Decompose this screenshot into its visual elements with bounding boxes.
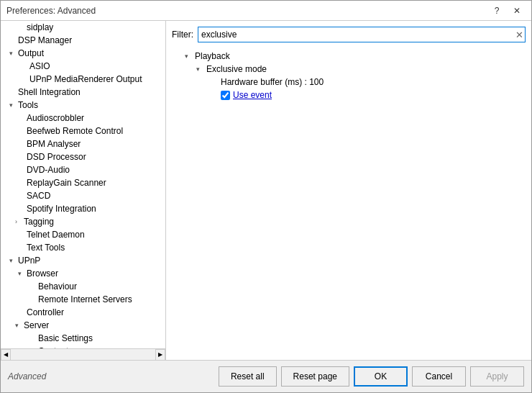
tree-toggle: ▾	[18, 270, 27, 277]
playback-toggle: ▾	[185, 53, 192, 60]
filter-input[interactable]	[198, 27, 526, 42]
tree-item-label: Basic Settings	[38, 333, 93, 343]
tree-item-text-tools[interactable]: Text Tools	[1, 241, 165, 254]
tree-item-label: Browser	[27, 268, 58, 279]
tree-item-label: ASIO	[29, 61, 50, 71]
tree-item-basic-settings[interactable]: Basic Settings	[1, 332, 165, 345]
reset-all-button[interactable]: Reset all	[219, 366, 277, 387]
tree-item-label: sidplay	[27, 22, 53, 32]
tree-item-label: Remote Internet Servers	[38, 294, 132, 304]
tree-item-replaygain[interactable]: ReplayGain Scanner	[1, 176, 165, 189]
tree-item-label: DSD Processor	[27, 152, 86, 162]
apply-button[interactable]: Apply	[470, 366, 524, 387]
reset-page-button[interactable]: Reset page	[281, 366, 349, 387]
tree-toggle: ▾	[9, 257, 18, 264]
filter-label: Filter:	[172, 30, 193, 40]
tree-item-telnet[interactable]: Telnet Daemon	[1, 228, 165, 241]
tree-item-label: Tools	[18, 100, 38, 110]
filter-clear-button[interactable]: ✕	[515, 30, 523, 40]
tree-item-beefweb[interactable]: Beefweb Remote Control	[1, 125, 165, 137]
tree-item-label: Controller	[27, 307, 64, 317]
tree-item-upnp-media[interactable]: UPnP MediaRenderer Output	[1, 73, 165, 86]
tree-toggle: ▾	[9, 50, 18, 57]
tree-item-behaviour[interactable]: Behaviour	[1, 280, 165, 293]
use-event-row: Use event	[172, 89, 526, 101]
filter-row: Filter: ✕	[172, 27, 526, 42]
cancel-button[interactable]: Cancel	[412, 366, 466, 387]
settings-playback[interactable]: ▾ Playback	[172, 50, 526, 63]
hw-buffer-label: Hardware buffer (ms) : 100	[221, 77, 324, 87]
tree-item-label: SACD	[27, 191, 50, 201]
status-text: Advanced	[8, 371, 46, 381]
tree-item-shell-integration[interactable]: Shell Integration	[1, 86, 165, 99]
tree-item-label: DVD-Audio	[27, 165, 70, 175]
ok-button[interactable]: OK	[354, 366, 408, 387]
tree-item-label: Shell Integration	[18, 87, 81, 97]
tree-item-label: Tagging	[24, 217, 54, 227]
tree-item-label: Audioscrobbler	[27, 113, 84, 123]
help-button[interactable]: ?	[488, 4, 505, 18]
close-button[interactable]: ✕	[508, 4, 526, 18]
scroll-track	[11, 349, 155, 360]
tree-scroll[interactable]: sidplayDSP Manager▾OutputASIOUPnP MediaR…	[1, 21, 165, 348]
tree-item-label: UPnP MediaRenderer Output	[29, 74, 142, 84]
tree-item-server[interactable]: ▾Server	[1, 319, 165, 332]
tree-item-label: Server	[24, 320, 49, 330]
titlebar: Preferences: Advanced ? ✕	[1, 1, 531, 21]
exclusive-toggle: ▾	[196, 66, 203, 73]
horizontal-scrollbar: ◀ ▶	[1, 348, 165, 360]
tree-item-label: Spotify Integration	[27, 204, 96, 214]
tree-item-tagging[interactable]: ›Tagging	[1, 215, 165, 228]
tree-toggle: ▾	[9, 101, 18, 109]
tree-item-asio[interactable]: ASIO	[1, 60, 165, 73]
tree-item-label: BPM Analyser	[27, 139, 81, 149]
scroll-right-arrow[interactable]: ▶	[155, 349, 165, 361]
tree-item-tools[interactable]: ▾Tools	[1, 99, 165, 112]
tree-item-label: DSP Manager	[18, 35, 72, 45]
button-group: Reset all Reset page OK Cancel Apply	[219, 366, 524, 387]
tree-item-dsd-processor[interactable]: DSD Processor	[1, 150, 165, 163]
tree-item-sacd[interactable]: SACD	[1, 189, 165, 202]
filter-input-wrap: ✕	[198, 27, 526, 42]
tree-item-remote-internet[interactable]: Remote Internet Servers	[1, 293, 165, 306]
tree-item-label: Beefweb Remote Control	[27, 126, 123, 136]
right-panel: Filter: ✕ ▾ Playback ▾ Exclusive	[166, 21, 531, 360]
scroll-left-arrow[interactable]: ◀	[1, 349, 11, 361]
preferences-dialog: Preferences: Advanced ? ✕ sidplayDSP Man…	[0, 0, 532, 393]
tree-item-label: Text Tools	[27, 243, 65, 253]
playback-label: Playback	[195, 51, 230, 61]
tree-item-sidplay[interactable]: sidplay	[1, 21, 165, 34]
titlebar-controls: ? ✕	[488, 4, 526, 18]
exclusive-label: Exclusive mode	[206, 64, 267, 74]
tree-item-dsp-manager[interactable]: DSP Manager	[1, 34, 165, 47]
tree-item-label: ReplayGain Scanner	[27, 178, 106, 188]
tree-item-bpm-analyser[interactable]: BPM Analyser	[1, 137, 165, 150]
tree-toggle: ▾	[15, 322, 24, 329]
window-title: Preferences: Advanced	[6, 6, 96, 16]
titlebar-title: Preferences: Advanced	[6, 6, 96, 16]
tree-item-browser[interactable]: ▾Browser	[1, 267, 165, 280]
tree-item-upnp[interactable]: ▾UPnP	[1, 254, 165, 267]
tree-item-label: UPnP	[18, 256, 40, 266]
tree-item-spotify[interactable]: Spotify Integration	[1, 202, 165, 215]
settings-exclusive-mode[interactable]: ▾ Exclusive mode	[172, 63, 526, 76]
tree-item-dvd-audio[interactable]: DVD-Audio	[1, 163, 165, 176]
tree-item-label: Output	[18, 48, 44, 58]
tree-item-audioscrobbler[interactable]: Audioscrobbler	[1, 112, 165, 125]
tree-item-output[interactable]: ▾Output	[1, 47, 165, 60]
bottom-bar: Advanced Reset all Reset page OK Cancel …	[1, 360, 531, 392]
tree-toggle: ›	[15, 218, 24, 225]
tree-item-label: Telnet Daemon	[27, 230, 85, 240]
use-event-label[interactable]: Use event	[233, 90, 272, 100]
settings-tree: ▾ Playback ▾ Exclusive mode Hardware buf…	[172, 50, 526, 354]
hardware-buffer-row: Hardware buffer (ms) : 100	[172, 76, 526, 89]
tree-item-controller[interactable]: Controller	[1, 306, 165, 319]
main-content: sidplayDSP Manager▾OutputASIOUPnP MediaR…	[1, 21, 531, 360]
tree-item-label: Behaviour	[38, 281, 77, 292]
left-panel: sidplayDSP Manager▾OutputASIOUPnP MediaR…	[1, 21, 166, 360]
use-event-checkbox[interactable]	[221, 91, 230, 100]
